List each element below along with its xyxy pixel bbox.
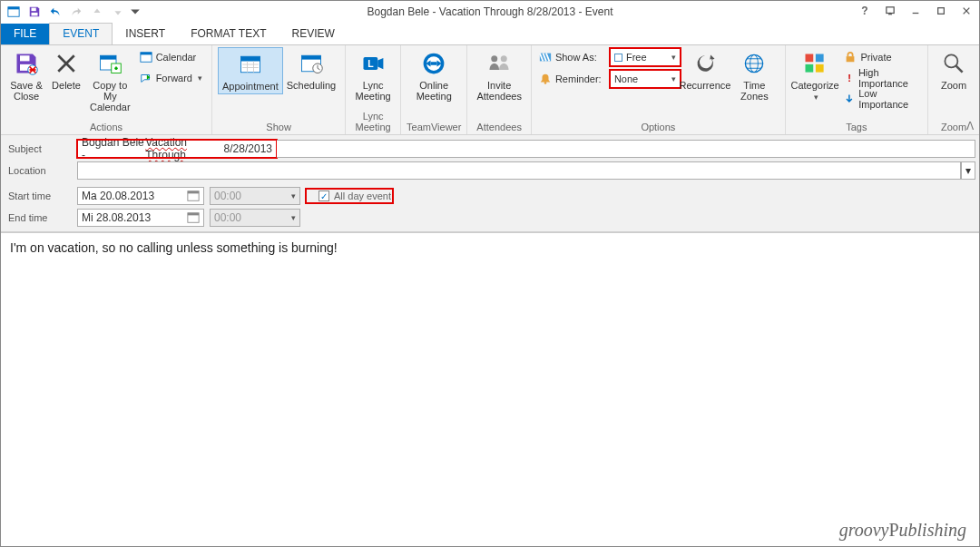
delete-button[interactable]: Delete <box>46 47 86 93</box>
svg-point-37 <box>491 55 497 62</box>
dropdown-icon: ▾ <box>671 74 676 83</box>
start-time-label: Start time <box>5 190 77 201</box>
online-meeting-button[interactable]: Online Meeting <box>407 47 461 103</box>
svg-point-38 <box>501 55 507 62</box>
dropdown-icon: ▾ <box>671 53 676 62</box>
maximize-button[interactable] <box>928 1 954 21</box>
attendees-icon <box>485 49 514 78</box>
ribbon-group-tags: Categorize▾ Private !High Importance Low… <box>786 45 928 134</box>
svg-rect-6 <box>938 8 945 15</box>
start-time-input: 00:00▾ <box>210 187 300 205</box>
svg-rect-9 <box>20 55 30 61</box>
timezones-button[interactable]: Time Zones <box>730 47 779 103</box>
svg-rect-48 <box>806 64 814 73</box>
end-time-input: 00:00▾ <box>210 209 300 227</box>
tab-insert[interactable]: INSERT <box>113 24 178 44</box>
svg-text:L: L <box>368 58 374 69</box>
svg-rect-4 <box>887 7 894 14</box>
subject-input-ext[interactable] <box>277 140 975 158</box>
svg-rect-22 <box>240 56 260 61</box>
minimize-button[interactable] <box>903 1 928 21</box>
outlook-event-window: Bogdan Bele - Vacation Through 8/28/2013… <box>0 0 980 547</box>
copy-calendar-button[interactable]: Copy to My Calendar <box>86 47 134 114</box>
lync-icon: L <box>358 49 387 78</box>
reminder-icon <box>539 73 552 85</box>
appointment-button[interactable]: Appointment <box>218 47 283 94</box>
zoom-button[interactable]: Zoom <box>934 47 974 93</box>
categorize-button[interactable]: Categorize▾ <box>791 47 839 104</box>
tab-review[interactable]: REVIEW <box>279 24 348 44</box>
save-close-icon <box>12 49 41 78</box>
globe-icon <box>740 49 769 78</box>
ribbon-group-lync: L Lync Meeting Lync Meeting <box>346 45 401 134</box>
tab-file[interactable]: FILE <box>1 24 49 44</box>
svg-rect-50 <box>847 56 855 62</box>
forward-button[interactable]: Forward▾ <box>136 68 206 88</box>
recurrence-icon <box>691 49 720 78</box>
svg-rect-46 <box>806 54 814 63</box>
free-icon <box>614 54 622 62</box>
save-close-button[interactable]: Save & Close <box>6 47 46 103</box>
ribbon-group-show: Appointment Scheduling Show <box>212 45 346 134</box>
end-time-label: End time <box>5 212 77 223</box>
appointment-icon <box>236 50 265 79</box>
svg-rect-49 <box>816 64 824 73</box>
high-importance-button[interactable]: !High Importance <box>840 68 922 88</box>
svg-rect-28 <box>301 55 320 59</box>
watermark: groovyPublishing <box>839 520 966 541</box>
start-date-input[interactable]: Ma 20.08.2013 <box>77 187 204 205</box>
date-picker-icon <box>187 211 200 224</box>
tab-event[interactable]: EVENT <box>49 23 113 44</box>
date-picker-icon <box>187 190 200 202</box>
ribbon: Save & Close Delete Copy to My Calendar … <box>1 44 979 135</box>
lync-meeting-button[interactable]: L Lync Meeting <box>351 47 395 103</box>
collapse-ribbon-icon[interactable]: ᐱ <box>966 120 974 132</box>
scheduling-button[interactable]: Scheduling <box>283 47 339 93</box>
event-form: Subject Bogdan Bele - Vacation Through 8… <box>1 135 979 232</box>
subject-label: Subject <box>5 143 77 154</box>
svg-rect-20 <box>141 53 152 55</box>
private-button[interactable]: Private <box>840 47 922 67</box>
end-date-input[interactable]: Mi 28.08.2013 <box>77 209 204 227</box>
title-bar: Bogdan Bele - Vacation Through 8/28/2013… <box>1 1 979 23</box>
zoom-icon <box>939 49 968 78</box>
ribbon-group-teamviewer: Online Meeting TeamViewer <box>401 45 467 134</box>
ribbon-options-icon[interactable] <box>877 1 903 21</box>
svg-rect-17 <box>101 55 117 59</box>
svg-line-52 <box>956 66 963 73</box>
svg-rect-56 <box>188 213 199 216</box>
copy-calendar-icon <box>95 49 124 78</box>
svg-rect-47 <box>816 54 824 63</box>
teamviewer-icon <box>419 49 448 78</box>
location-input[interactable] <box>77 161 961 180</box>
window-title: Bogdan Bele - Vacation Through 8/28/2013… <box>1 5 979 18</box>
ribbon-group-attendees: Invite Attendees Attendees <box>467 45 532 134</box>
location-label: Location <box>5 165 77 176</box>
reminder-select[interactable]: None ▾ <box>610 70 681 88</box>
showas-icon <box>539 51 552 63</box>
close-button[interactable] <box>954 1 979 21</box>
show-as-select[interactable]: Free ▾ <box>610 48 681 66</box>
checkbox-checked-icon: ✓ <box>318 190 329 201</box>
calendar-button[interactable]: Calendar <box>136 47 206 67</box>
ribbon-group-actions: Save & Close Delete Copy to My Calendar … <box>1 45 212 134</box>
svg-point-51 <box>945 54 957 67</box>
delete-icon <box>52 49 81 78</box>
invite-attendees-button[interactable]: Invite Attendees <box>473 47 525 103</box>
tab-format-text[interactable]: FORMAT TEXT <box>178 24 279 44</box>
all-day-checkbox[interactable]: ✓ All day event <box>318 190 391 201</box>
ribbon-tabs: FILE EVENT INSERT FORMAT TEXT REVIEW <box>1 23 979 44</box>
scheduling-icon <box>297 49 326 78</box>
low-importance-button[interactable]: Low Importance <box>840 89 922 109</box>
location-dropdown-icon[interactable]: ▾ <box>961 161 975 180</box>
ribbon-group-options: Show As: Free ▾ Reminder: None ▾ <box>532 45 786 134</box>
categorize-icon <box>800 49 829 78</box>
recurrence-button[interactable]: Recurrence <box>681 47 730 93</box>
help-icon[interactable]: ? <box>852 1 877 21</box>
svg-rect-54 <box>188 191 199 194</box>
subject-input[interactable]: Bogdan Bele - Vacation Through 8/28/2013 <box>77 140 277 158</box>
svg-point-40 <box>544 82 547 84</box>
event-body-editor[interactable]: I'm on vacation, so no calling unless so… <box>1 232 979 546</box>
svg-rect-36 <box>431 62 437 65</box>
